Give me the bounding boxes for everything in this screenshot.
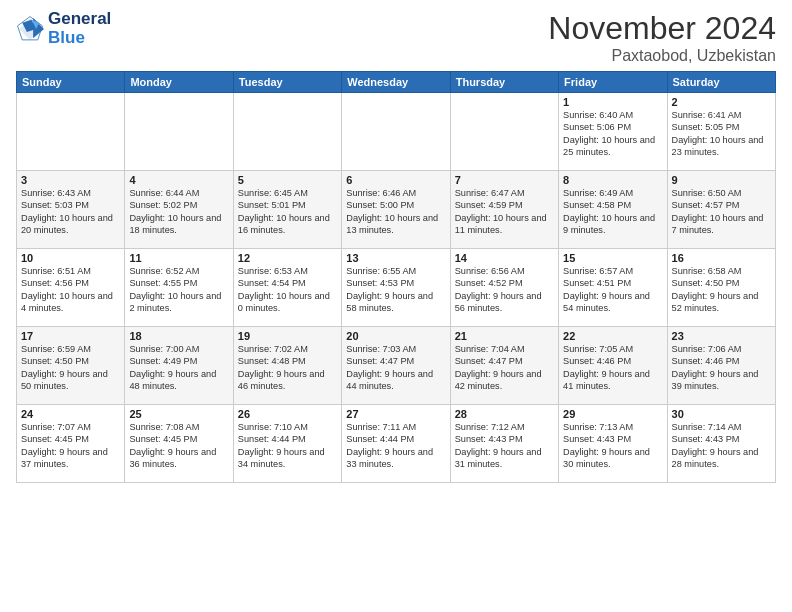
day-number: 11 (129, 252, 228, 264)
day-cell: 7Sunrise: 6:47 AM Sunset: 4:59 PM Daylig… (450, 171, 558, 249)
day-info: Sunrise: 6:46 AM Sunset: 5:00 PM Dayligh… (346, 187, 445, 237)
day-cell: 10Sunrise: 6:51 AM Sunset: 4:56 PM Dayli… (17, 249, 125, 327)
day-info: Sunrise: 6:53 AM Sunset: 4:54 PM Dayligh… (238, 265, 337, 315)
day-cell: 29Sunrise: 7:13 AM Sunset: 4:43 PM Dayli… (559, 405, 667, 483)
day-info: Sunrise: 6:45 AM Sunset: 5:01 PM Dayligh… (238, 187, 337, 237)
day-cell: 20Sunrise: 7:03 AM Sunset: 4:47 PM Dayli… (342, 327, 450, 405)
day-number: 16 (672, 252, 771, 264)
day-number: 8 (563, 174, 662, 186)
day-number: 25 (129, 408, 228, 420)
day-info: Sunrise: 6:43 AM Sunset: 5:03 PM Dayligh… (21, 187, 120, 237)
day-info: Sunrise: 6:52 AM Sunset: 4:55 PM Dayligh… (129, 265, 228, 315)
day-header-tuesday: Tuesday (233, 72, 341, 93)
day-info: Sunrise: 7:12 AM Sunset: 4:43 PM Dayligh… (455, 421, 554, 471)
week-row-3: 17Sunrise: 6:59 AM Sunset: 4:50 PM Dayli… (17, 327, 776, 405)
day-cell: 13Sunrise: 6:55 AM Sunset: 4:53 PM Dayli… (342, 249, 450, 327)
day-cell: 4Sunrise: 6:44 AM Sunset: 5:02 PM Daylig… (125, 171, 233, 249)
day-info: Sunrise: 6:44 AM Sunset: 5:02 PM Dayligh… (129, 187, 228, 237)
day-cell: 15Sunrise: 6:57 AM Sunset: 4:51 PM Dayli… (559, 249, 667, 327)
day-info: Sunrise: 6:59 AM Sunset: 4:50 PM Dayligh… (21, 343, 120, 393)
day-cell (450, 93, 558, 171)
logo: General Blue (16, 10, 111, 47)
logo-text: General Blue (48, 10, 111, 47)
day-header-monday: Monday (125, 72, 233, 93)
day-number: 17 (21, 330, 120, 342)
day-cell: 2Sunrise: 6:41 AM Sunset: 5:05 PM Daylig… (667, 93, 775, 171)
day-number: 2 (672, 96, 771, 108)
day-info: Sunrise: 6:57 AM Sunset: 4:51 PM Dayligh… (563, 265, 662, 315)
day-number: 5 (238, 174, 337, 186)
day-cell: 22Sunrise: 7:05 AM Sunset: 4:46 PM Dayli… (559, 327, 667, 405)
day-number: 7 (455, 174, 554, 186)
day-number: 24 (21, 408, 120, 420)
day-info: Sunrise: 6:58 AM Sunset: 4:50 PM Dayligh… (672, 265, 771, 315)
day-number: 20 (346, 330, 445, 342)
day-cell: 30Sunrise: 7:14 AM Sunset: 4:43 PM Dayli… (667, 405, 775, 483)
day-number: 29 (563, 408, 662, 420)
calendar: SundayMondayTuesdayWednesdayThursdayFrid… (16, 71, 776, 483)
day-cell: 5Sunrise: 6:45 AM Sunset: 5:01 PM Daylig… (233, 171, 341, 249)
day-info: Sunrise: 7:13 AM Sunset: 4:43 PM Dayligh… (563, 421, 662, 471)
day-info: Sunrise: 7:10 AM Sunset: 4:44 PM Dayligh… (238, 421, 337, 471)
day-info: Sunrise: 7:11 AM Sunset: 4:44 PM Dayligh… (346, 421, 445, 471)
calendar-body: 1Sunrise: 6:40 AM Sunset: 5:06 PM Daylig… (17, 93, 776, 483)
day-info: Sunrise: 7:03 AM Sunset: 4:47 PM Dayligh… (346, 343, 445, 393)
day-cell: 25Sunrise: 7:08 AM Sunset: 4:45 PM Dayli… (125, 405, 233, 483)
day-number: 9 (672, 174, 771, 186)
day-cell (17, 93, 125, 171)
month-title: November 2024 (548, 10, 776, 47)
day-info: Sunrise: 6:40 AM Sunset: 5:06 PM Dayligh… (563, 109, 662, 159)
title-block: November 2024 Paxtaobod, Uzbekistan (548, 10, 776, 65)
day-number: 30 (672, 408, 771, 420)
day-cell: 27Sunrise: 7:11 AM Sunset: 4:44 PM Dayli… (342, 405, 450, 483)
day-info: Sunrise: 6:56 AM Sunset: 4:52 PM Dayligh… (455, 265, 554, 315)
week-row-4: 24Sunrise: 7:07 AM Sunset: 4:45 PM Dayli… (17, 405, 776, 483)
location-title: Paxtaobod, Uzbekistan (548, 47, 776, 65)
day-cell: 26Sunrise: 7:10 AM Sunset: 4:44 PM Dayli… (233, 405, 341, 483)
day-number: 1 (563, 96, 662, 108)
day-number: 27 (346, 408, 445, 420)
day-number: 6 (346, 174, 445, 186)
day-number: 18 (129, 330, 228, 342)
day-cell: 6Sunrise: 6:46 AM Sunset: 5:00 PM Daylig… (342, 171, 450, 249)
day-info: Sunrise: 6:49 AM Sunset: 4:58 PM Dayligh… (563, 187, 662, 237)
day-info: Sunrise: 7:08 AM Sunset: 4:45 PM Dayligh… (129, 421, 228, 471)
day-cell: 3Sunrise: 6:43 AM Sunset: 5:03 PM Daylig… (17, 171, 125, 249)
day-cell: 9Sunrise: 6:50 AM Sunset: 4:57 PM Daylig… (667, 171, 775, 249)
calendar-header: SundayMondayTuesdayWednesdayThursdayFrid… (17, 72, 776, 93)
day-cell (233, 93, 341, 171)
day-header-thursday: Thursday (450, 72, 558, 93)
logo-icon (16, 15, 44, 43)
day-info: Sunrise: 7:07 AM Sunset: 4:45 PM Dayligh… (21, 421, 120, 471)
day-cell: 11Sunrise: 6:52 AM Sunset: 4:55 PM Dayli… (125, 249, 233, 327)
day-info: Sunrise: 6:41 AM Sunset: 5:05 PM Dayligh… (672, 109, 771, 159)
week-row-0: 1Sunrise: 6:40 AM Sunset: 5:06 PM Daylig… (17, 93, 776, 171)
day-header-wednesday: Wednesday (342, 72, 450, 93)
day-number: 12 (238, 252, 337, 264)
day-number: 26 (238, 408, 337, 420)
day-cell: 23Sunrise: 7:06 AM Sunset: 4:46 PM Dayli… (667, 327, 775, 405)
header: General Blue November 2024 Paxtaobod, Uz… (16, 10, 776, 65)
day-header-sunday: Sunday (17, 72, 125, 93)
day-info: Sunrise: 6:50 AM Sunset: 4:57 PM Dayligh… (672, 187, 771, 237)
day-number: 28 (455, 408, 554, 420)
day-number: 21 (455, 330, 554, 342)
day-info: Sunrise: 7:00 AM Sunset: 4:49 PM Dayligh… (129, 343, 228, 393)
day-cell: 8Sunrise: 6:49 AM Sunset: 4:58 PM Daylig… (559, 171, 667, 249)
day-info: Sunrise: 6:47 AM Sunset: 4:59 PM Dayligh… (455, 187, 554, 237)
day-number: 10 (21, 252, 120, 264)
day-info: Sunrise: 7:06 AM Sunset: 4:46 PM Dayligh… (672, 343, 771, 393)
day-number: 23 (672, 330, 771, 342)
day-info: Sunrise: 7:04 AM Sunset: 4:47 PM Dayligh… (455, 343, 554, 393)
page: General Blue November 2024 Paxtaobod, Uz… (0, 0, 792, 612)
day-info: Sunrise: 6:51 AM Sunset: 4:56 PM Dayligh… (21, 265, 120, 315)
day-header-friday: Friday (559, 72, 667, 93)
day-cell (342, 93, 450, 171)
day-cell (125, 93, 233, 171)
day-cell: 19Sunrise: 7:02 AM Sunset: 4:48 PM Dayli… (233, 327, 341, 405)
day-number: 15 (563, 252, 662, 264)
days-header-row: SundayMondayTuesdayWednesdayThursdayFrid… (17, 72, 776, 93)
day-info: Sunrise: 7:14 AM Sunset: 4:43 PM Dayligh… (672, 421, 771, 471)
day-number: 4 (129, 174, 228, 186)
day-cell: 17Sunrise: 6:59 AM Sunset: 4:50 PM Dayli… (17, 327, 125, 405)
